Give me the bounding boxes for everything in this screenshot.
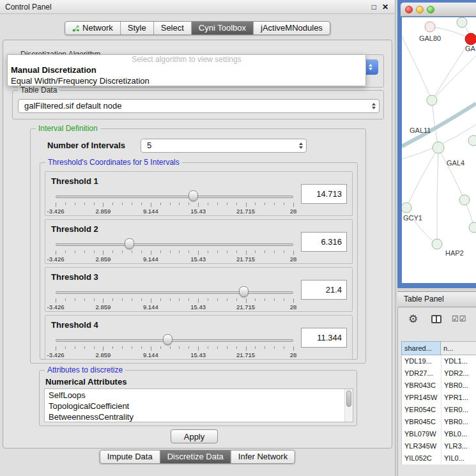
network-node[interactable] <box>402 203 411 213</box>
column-header-shared-name[interactable]: shared... <box>401 341 441 355</box>
network-edge[interactable] <box>406 208 437 244</box>
numerical-attribute-item[interactable]: BetweennessCentrality <box>45 411 344 422</box>
float-window-icon[interactable]: □ <box>372 3 376 12</box>
table-cell[interactable]: YLR3... <box>441 440 476 452</box>
slider-tick <box>284 298 284 301</box>
combobox-stepper[interactable] <box>372 103 376 109</box>
table-cell[interactable]: YBR0... <box>441 416 476 428</box>
select-columns-icons[interactable]: ☑☑ <box>452 314 467 323</box>
tab-label: Cyni Toolbox <box>199 22 246 35</box>
number-of-intervals-combobox[interactable]: 5 <box>141 139 307 153</box>
network-node[interactable] <box>468 135 476 146</box>
table-cell[interactable]: YBR045C <box>402 416 441 428</box>
close-button[interactable] <box>405 6 413 13</box>
numerical-attribute-item[interactable]: SelfLoops <box>45 390 344 401</box>
apply-button[interactable]: Apply <box>171 429 218 443</box>
network-icon <box>72 25 79 32</box>
combobox-stepper[interactable] <box>299 142 303 149</box>
network-canvas[interactable]: GAL80GAGAL11GAL4GCY1HAP2 <box>402 17 476 283</box>
network-edge[interactable] <box>402 36 432 100</box>
tab-style[interactable]: Style <box>121 22 154 35</box>
table-row[interactable]: YDL19...YDL1... <box>402 355 476 367</box>
dropdown-option-equal-width-frequency[interactable]: Equal Width/Frequency Discretization <box>8 75 365 86</box>
threshold-4-value-input[interactable] <box>301 328 347 348</box>
network-window-titlebar[interactable] <box>401 3 476 17</box>
close-window-icon[interactable]: ✕ <box>382 3 388 12</box>
network-edge[interactable] <box>432 100 438 148</box>
network-node[interactable] <box>425 22 435 32</box>
threshold-1-slider[interactable]: -3.4262.8599.14415.4321.71528 <box>56 189 293 215</box>
table-cell[interactable]: YBR0... <box>441 380 476 392</box>
threshold-2-slider[interactable]: -3.4262.8599.14415.4321.71528 <box>56 237 293 263</box>
gear-icon[interactable]: ⚙ <box>408 312 418 326</box>
slider-scale-label: 9.144 <box>143 208 158 215</box>
table-row[interactable]: YBR043CYBR0... <box>402 380 476 392</box>
columns-icon[interactable] <box>431 315 441 323</box>
table-row[interactable]: YBR045CYBR0... <box>402 416 476 428</box>
scrollbar-thumb[interactable] <box>346 390 351 407</box>
tab-select[interactable]: Select <box>154 22 192 35</box>
table-row[interactable]: YDR27...YDR2... <box>402 367 476 380</box>
table-cell[interactable]: YER0... <box>441 404 476 416</box>
slider-track[interactable] <box>56 291 293 294</box>
table-row[interactable]: YBL079WYBL0... <box>402 428 476 440</box>
numerical-attribute-item[interactable]: TopologicalCoefficient <box>45 401 344 411</box>
network-node[interactable] <box>457 17 467 27</box>
threshold-4-slider[interactable]: -3.4262.8599.14415.4321.71528 <box>56 333 293 358</box>
table-row[interactable]: YLR345WYLR3... <box>402 440 476 452</box>
slider-scale-label: 9.144 <box>143 351 158 358</box>
table-cell[interactable]: YDL19... <box>402 355 441 367</box>
slider-track[interactable] <box>56 339 293 342</box>
dropdown-option-manual-discretization[interactable]: Manual Discretization <box>8 65 365 75</box>
table-row[interactable]: YIL052CYIL0... <box>402 452 476 464</box>
tab-label: Select <box>161 22 184 35</box>
table-row[interactable]: YPR145WYPR1... <box>402 392 476 404</box>
slider-track[interactable] <box>56 196 293 198</box>
table-cell[interactable]: YDR27... <box>402 367 441 380</box>
network-edge[interactable] <box>438 148 464 200</box>
tab-cyni-toolbox[interactable]: Cyni Toolbox <box>192 22 254 35</box>
table-cell[interactable]: YBL0... <box>441 428 476 440</box>
network-edge[interactable] <box>402 104 476 146</box>
threshold-3-value-input[interactable] <box>301 280 347 300</box>
network-node[interactable] <box>433 142 444 153</box>
zoom-button[interactable] <box>427 6 434 13</box>
numerical-attributes-list[interactable]: SelfLoopsTopologicalCoefficientBetweenne… <box>44 388 353 422</box>
table-cell[interactable]: YER054C <box>402 404 441 416</box>
slider-track[interactable] <box>56 243 293 246</box>
table-row[interactable]: YER054CYER0... <box>402 404 476 416</box>
slider-thumb[interactable] <box>125 238 134 249</box>
tab-network[interactable]: Network <box>65 22 121 35</box>
slider-tick <box>112 250 113 253</box>
table-cell[interactable]: YDR2... <box>441 367 476 380</box>
table-cell[interactable]: YBL079W <box>402 428 441 440</box>
table-cell[interactable]: YIL052C <box>402 452 441 464</box>
tab-infer-network[interactable]: Infer Network <box>231 450 295 463</box>
table-cell[interactable]: YIL0... <box>441 452 476 464</box>
network-node[interactable] <box>465 33 476 45</box>
table-data-combobox[interactable]: galFiltered.sif default node <box>18 99 380 113</box>
list-scrollbar[interactable] <box>344 389 353 422</box>
threshold-2-value-input[interactable] <box>301 232 347 252</box>
tab-discretize-data[interactable]: Discretize Data <box>160 450 231 463</box>
table-cell[interactable]: YBR043C <box>402 380 441 392</box>
tab-jactivemnodules[interactable]: jActiveMNodules <box>254 22 330 35</box>
table-cell[interactable]: YDL1... <box>441 355 476 367</box>
network-edge[interactable] <box>432 56 476 100</box>
network-node[interactable] <box>432 239 442 249</box>
slider-thumb[interactable] <box>188 190 198 201</box>
table-cell[interactable]: YLR345W <box>402 440 441 452</box>
tab-impute-data[interactable]: Impute Data <box>100 450 160 463</box>
network-node[interactable] <box>427 95 437 105</box>
slider-thumb[interactable] <box>239 286 249 297</box>
slider-thumb[interactable] <box>163 334 173 345</box>
network-node[interactable] <box>469 222 476 233</box>
column-header-name[interactable]: n... <box>441 341 476 355</box>
threshold-3-slider[interactable]: -3.4262.8599.14415.4321.71528 <box>56 285 293 311</box>
network-edge[interactable] <box>437 148 438 244</box>
network-node[interactable] <box>459 195 470 205</box>
threshold-1-value-input[interactable] <box>301 184 347 204</box>
minimize-button[interactable] <box>416 6 424 13</box>
table-cell[interactable]: YPR1... <box>441 392 476 404</box>
table-cell[interactable]: YPR145W <box>402 392 441 404</box>
